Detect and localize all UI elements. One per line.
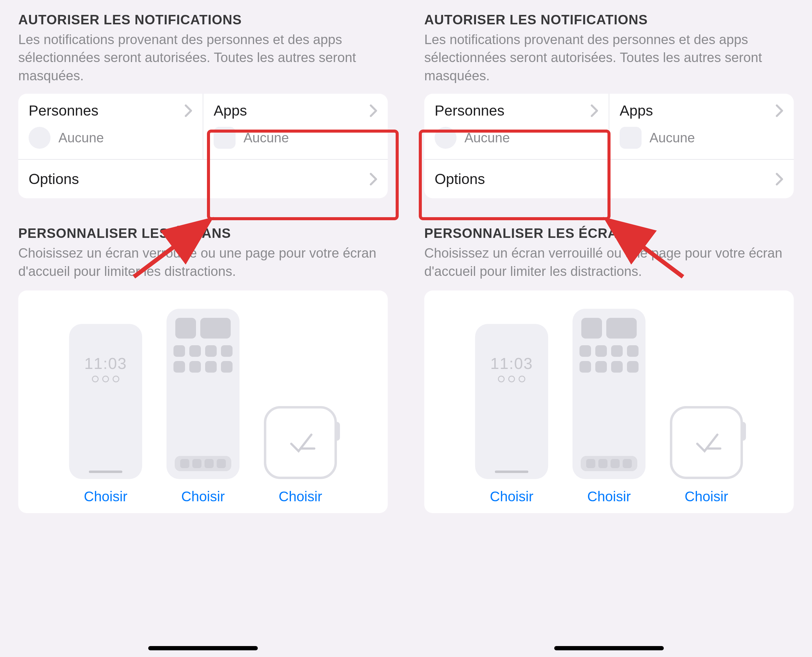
- section-header-screens: PERSONNALISER LES ÉCRANS: [18, 226, 388, 241]
- home-indicator-icon: [495, 470, 528, 473]
- chevron-right-icon: [184, 104, 192, 117]
- section-header-notifications: AUTORISER LES NOTIFICATIONS: [424, 12, 794, 27]
- screens-section: PERSONNALISER LES ÉCRANS Choisissez un é…: [18, 226, 388, 513]
- screens-section: PERSONNALISER LES ÉCRANS Choisissez un é…: [424, 226, 794, 513]
- apps-value: Aucune: [650, 130, 695, 145]
- lock-screen-device-icon: 11:03: [475, 324, 548, 479]
- notifications-section: AUTORISER LES NOTIFICATIONS Les notifica…: [424, 12, 794, 198]
- section-desc-notifications: Les notifications provenant des personne…: [18, 30, 388, 84]
- app-placeholder-icon: [620, 127, 642, 149]
- app-placeholder-icon: [214, 127, 236, 149]
- section-desc-screens: Choisissez un écran verrouillé ou une pa…: [424, 244, 794, 280]
- home-screen-preview: Choisir: [573, 309, 645, 504]
- watch-face-icon: [282, 424, 319, 461]
- chevron-right-icon: [370, 104, 377, 117]
- lock-screen-preview: 11:03 Choisir: [475, 324, 548, 504]
- personnes-cell[interactable]: Personnes Aucune: [18, 94, 203, 159]
- lock-screen-dots-icon: [498, 376, 525, 382]
- lock-screen-dots-icon: [92, 376, 119, 382]
- section-header-notifications: AUTORISER LES NOTIFICATIONS: [18, 12, 388, 27]
- notifications-section: AUTORISER LES NOTIFICATIONS Les notifica…: [18, 12, 388, 198]
- dock-icon: [175, 456, 231, 471]
- apps-label: Apps: [620, 102, 653, 119]
- lock-screen-preview: 11:03 Choisir: [69, 324, 142, 504]
- choose-home-screen-button[interactable]: Choisir: [181, 488, 225, 504]
- person-placeholder-icon: [29, 127, 50, 149]
- options-row[interactable]: Options: [424, 160, 794, 198]
- personnes-label: Personnes: [435, 102, 504, 119]
- home-screen-preview: Choisir: [167, 309, 239, 504]
- left-screenshot: AUTORISER LES NOTIFICATIONS Les notifica…: [0, 0, 406, 657]
- choose-lock-screen-button[interactable]: Choisir: [84, 488, 127, 504]
- section-header-screens: PERSONNALISER LES ÉCRANS: [424, 226, 794, 241]
- home-indicator-bar: [148, 646, 258, 650]
- section-desc-screens: Choisissez un écran verrouillé ou une pa…: [18, 244, 388, 280]
- chevron-right-icon: [776, 104, 783, 117]
- home-screen-device-icon: [167, 309, 239, 479]
- apps-value: Aucune: [244, 130, 289, 145]
- chevron-right-icon: [370, 173, 377, 186]
- choose-watch-button[interactable]: Choisir: [684, 488, 728, 504]
- options-label: Options: [29, 171, 79, 187]
- apps-cell[interactable]: Apps Aucune: [609, 94, 794, 159]
- home-indicator-icon: [89, 470, 122, 473]
- people-apps-row: Personnes Aucune Apps: [18, 94, 388, 160]
- right-screenshot: AUTORISER LES NOTIFICATIONS Les notifica…: [406, 0, 812, 657]
- notifications-card: Personnes Aucune Apps: [18, 94, 388, 198]
- choose-home-screen-button[interactable]: Choisir: [587, 488, 631, 504]
- personnes-cell[interactable]: Personnes Aucune: [424, 94, 609, 159]
- watch-device-icon: [264, 406, 337, 479]
- personnes-value: Aucune: [58, 130, 104, 145]
- chevron-right-icon: [590, 104, 598, 117]
- lock-screen-device-icon: 11:03: [69, 324, 142, 479]
- apps-cell[interactable]: Apps Aucune: [203, 94, 388, 159]
- section-desc-notifications: Les notifications provenant des personne…: [424, 30, 794, 84]
- watch-face-icon: [688, 424, 725, 461]
- home-screen-device-icon: [573, 309, 645, 479]
- screens-preview-card: 11:03 Choisir Choisir: [18, 291, 388, 513]
- choose-lock-screen-button[interactable]: Choisir: [490, 488, 533, 504]
- lock-screen-time: 11:03: [490, 354, 533, 373]
- options-label: Options: [435, 171, 485, 187]
- choose-watch-button[interactable]: Choisir: [278, 488, 322, 504]
- personnes-value: Aucune: [464, 130, 510, 145]
- home-indicator-bar: [554, 646, 664, 650]
- notifications-card: Personnes Aucune Apps: [424, 94, 794, 198]
- options-row[interactable]: Options: [18, 160, 388, 198]
- watch-preview: Choisir: [264, 394, 337, 504]
- chevron-right-icon: [776, 173, 783, 186]
- lock-screen-time: 11:03: [84, 354, 127, 373]
- screens-preview-card: 11:03 Choisir Choisir: [424, 291, 794, 513]
- person-placeholder-icon: [435, 127, 456, 149]
- watch-device-icon: [670, 406, 743, 479]
- personnes-label: Personnes: [29, 102, 98, 119]
- apps-label: Apps: [214, 102, 247, 119]
- people-apps-row: Personnes Aucune Apps: [424, 94, 794, 160]
- dock-icon: [581, 456, 637, 471]
- watch-preview: Choisir: [670, 394, 743, 504]
